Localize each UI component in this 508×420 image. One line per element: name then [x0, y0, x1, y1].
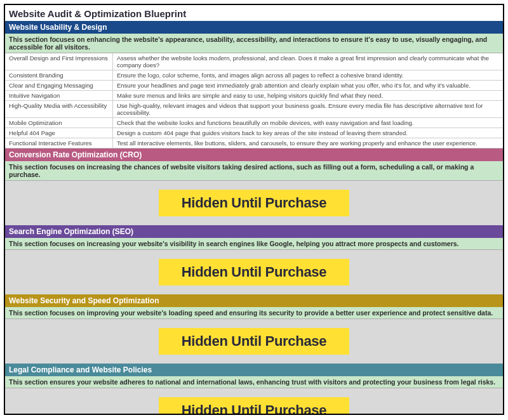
page-title: Website Audit & Optimization Blueprint	[5, 5, 503, 21]
section-header: Website Usability & Design	[5, 21, 503, 34]
table-row: Overall Design and First Impressions Ass…	[5, 53, 503, 70]
table-row: Functional Interactive Features Test all…	[5, 138, 503, 148]
row-value: Make sure menus and links are simple and…	[113, 91, 503, 100]
section-description: This section focuses on improving your w…	[5, 307, 503, 319]
hidden-badge: Hidden Until Purchase	[159, 328, 349, 355]
hidden-badge: Hidden Until Purchase	[159, 259, 349, 285]
row-label: Overall Design and First Impressions	[5, 53, 113, 70]
hidden-content-area: Hidden Until Purchase	[5, 250, 503, 294]
section-header: Legal Compliance and Website Policies	[5, 364, 503, 376]
row-label: Intuitive Navigation	[5, 91, 113, 100]
section-legal: Legal Compliance and Website Policies Th…	[5, 364, 503, 415]
row-value: Ensure the logo, color scheme, fonts, an…	[113, 70, 503, 80]
table-row: Consistent Branding Ensure the logo, col…	[5, 70, 503, 81]
row-label: Helpful 404 Page	[5, 128, 113, 138]
section-rows: Overall Design and First Impressions Ass…	[5, 53, 503, 148]
table-row: Mobile Optimization Check that the websi…	[5, 118, 503, 128]
section-header: Conversion Rate Optimization (CRO)	[5, 148, 503, 161]
table-row: Clear and Engaging Messaging Ensure your…	[5, 81, 503, 91]
hidden-badge: Hidden Until Purchase	[159, 397, 349, 415]
row-value: Test all interactive elements, like butt…	[113, 138, 503, 148]
row-label: Functional Interactive Features	[5, 138, 113, 148]
hidden-content-area: Hidden Until Purchase	[5, 388, 503, 415]
table-row: High-Quality Media with Accessibility Us…	[5, 101, 503, 118]
table-row: Intuitive Navigation Make sure menus and…	[5, 91, 503, 101]
section-description: This section focuses on enhancing the we…	[5, 34, 503, 53]
section-header: Search Engine Optimization (SEO)	[5, 225, 503, 238]
row-label: Consistent Branding	[5, 70, 113, 80]
section-usability: Website Usability & Design This section …	[5, 21, 503, 148]
row-value: Ensure your headlines and page text imme…	[113, 81, 503, 90]
row-value: Design a custom 404 page that guides vis…	[113, 128, 503, 138]
row-label: Clear and Engaging Messaging	[5, 81, 113, 90]
section-header: Website Security and Speed Optimization	[5, 294, 503, 307]
hidden-content-area: Hidden Until Purchase	[5, 181, 503, 225]
table-row: Helpful 404 Page Design a custom 404 pag…	[5, 128, 503, 138]
row-value: Assess whether the website looks modern,…	[113, 53, 503, 70]
document-page: Website Audit & Optimization Blueprint W…	[4, 4, 504, 415]
row-value: Check that the website looks and functio…	[113, 118, 503, 128]
row-label: High-Quality Media with Accessibility	[5, 101, 113, 117]
hidden-badge: Hidden Until Purchase	[159, 190, 349, 216]
section-seo: Search Engine Optimization (SEO) This se…	[5, 225, 503, 294]
section-description: This section ensures your website adhere…	[5, 376, 503, 388]
row-label: Mobile Optimization	[5, 118, 113, 128]
section-cro: Conversion Rate Optimization (CRO) This …	[5, 148, 503, 225]
row-value: Use high-quality, relevant images and vi…	[113, 101, 503, 117]
section-security-speed: Website Security and Speed Optimization …	[5, 294, 503, 364]
section-description: This section focuses on increasing your …	[5, 238, 503, 250]
section-description: This section focuses on increasing the c…	[5, 161, 503, 181]
hidden-content-area: Hidden Until Purchase	[5, 319, 503, 364]
